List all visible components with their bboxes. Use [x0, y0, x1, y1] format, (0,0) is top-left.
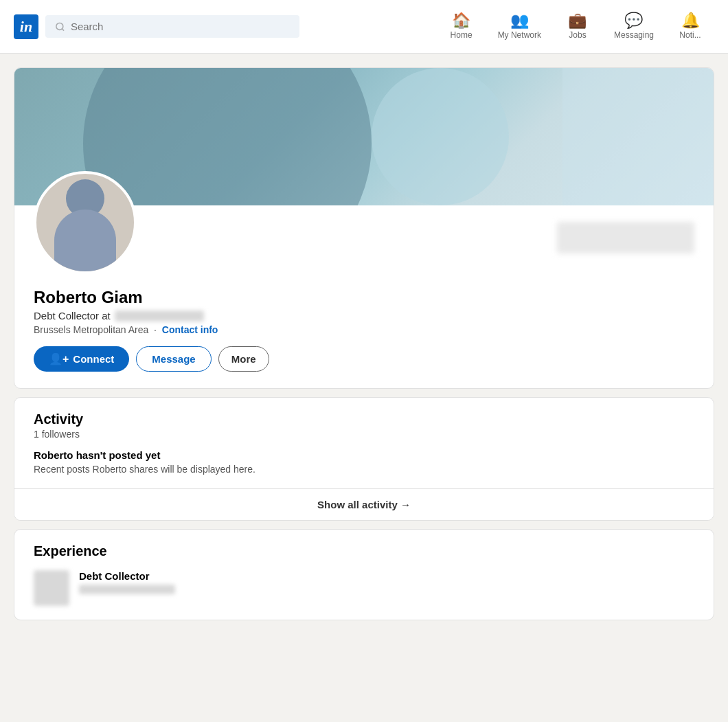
- experience-company-blurred: [79, 585, 175, 594]
- messaging-label: Messaging: [614, 30, 654, 40]
- nav-icons: 🏠 Home 👥 My Network 💼 Jobs 💬 Messaging 🔔…: [437, 8, 714, 45]
- profile-card: Roberto Giam Debt Collector at Brussels …: [14, 67, 714, 389]
- activity-title: Activity: [34, 411, 694, 427]
- profile-top-right-action: [557, 222, 694, 253]
- experience-item: Debt Collector: [34, 570, 694, 606]
- jobs-label: Jobs: [569, 30, 586, 40]
- experience-card: Experience Debt Collector: [14, 529, 714, 620]
- nav-item-messaging[interactable]: 💬 Messaging: [602, 8, 666, 45]
- experience-body: Experience Debt Collector: [14, 530, 714, 620]
- navbar: in 🏠 Home 👥 My Network 💼 Jobs 💬 Messagin…: [0, 0, 728, 54]
- profile-info: Roberto Giam Debt Collector at Brussels …: [14, 205, 714, 388]
- activity-card: Activity 1 followers Roberto hasn't post…: [14, 397, 714, 521]
- search-icon: [55, 21, 65, 32]
- location-text: Brussels Metropolitan Area: [34, 324, 148, 335]
- connect-icon: 👤+: [49, 352, 69, 365]
- activity-body: Activity 1 followers Roberto hasn't post…: [14, 398, 714, 488]
- no-post-desc: Recent posts Roberto shares will be disp…: [34, 464, 694, 475]
- experience-details: Debt Collector: [79, 570, 694, 597]
- search-input[interactable]: [71, 21, 290, 32]
- home-label: Home: [451, 30, 473, 40]
- svg-point-0: [56, 23, 63, 30]
- profile-headline: Debt Collector at: [34, 310, 694, 321]
- linkedin-logo[interactable]: in: [14, 14, 38, 39]
- home-icon: 🏠: [452, 13, 470, 28]
- blurred-company-box: [557, 222, 694, 253]
- followers-count: 1 followers: [34, 429, 694, 440]
- nav-item-jobs[interactable]: 💼 Jobs: [554, 8, 602, 45]
- more-button[interactable]: More: [218, 346, 269, 372]
- experience-company-logo: [34, 570, 69, 606]
- nav-item-my-network[interactable]: 👥 My Network: [486, 8, 554, 45]
- headline-text: Debt Collector at: [34, 310, 111, 321]
- nav-item-notifications[interactable]: 🔔 Noti...: [666, 8, 714, 45]
- search-bar[interactable]: [45, 15, 299, 38]
- svg-line-1: [62, 28, 64, 30]
- network-icon: 👥: [510, 13, 529, 28]
- show-all-activity-button[interactable]: Show all activity →: [14, 488, 714, 520]
- jobs-icon: 💼: [568, 13, 587, 28]
- experience-title: Experience: [34, 543, 694, 559]
- no-post-title: Roberto hasn't posted yet: [34, 449, 694, 461]
- profile-name: Roberto Giam: [34, 288, 694, 307]
- avatar-body: [54, 210, 116, 271]
- headline-company-blurred: [115, 311, 204, 321]
- message-button[interactable]: Message: [136, 346, 211, 372]
- connect-button[interactable]: 👤+ Connect: [34, 346, 129, 372]
- avatar: [34, 171, 137, 274]
- main-content: Roberto Giam Debt Collector at Brussels …: [7, 67, 721, 620]
- contact-info-link[interactable]: Contact info: [162, 324, 218, 335]
- network-label: My Network: [498, 30, 541, 40]
- experience-job-title: Debt Collector: [79, 570, 694, 582]
- profile-actions: 👤+ Connect Message More: [34, 346, 694, 372]
- notifications-label: Noti...: [679, 30, 701, 40]
- nav-item-home[interactable]: 🏠 Home: [437, 8, 486, 45]
- profile-location: Brussels Metropolitan Area · Contact inf…: [34, 324, 694, 335]
- notifications-icon: 🔔: [681, 13, 700, 28]
- messaging-icon: 💬: [624, 13, 643, 28]
